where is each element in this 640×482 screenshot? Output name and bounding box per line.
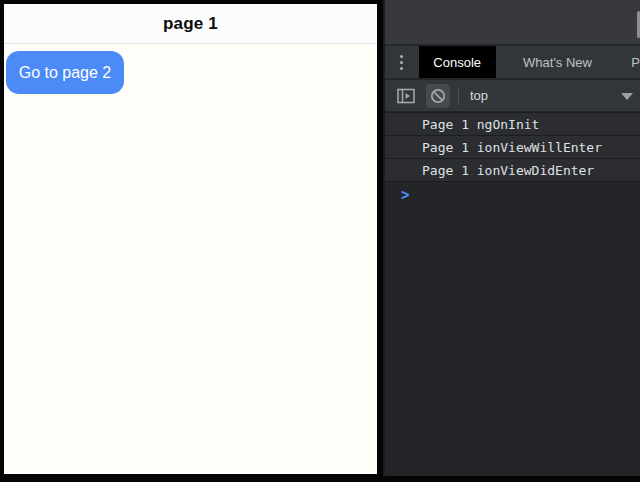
devtools-top-strip <box>385 0 640 45</box>
go-to-page-2-button[interactable]: Go to page 2 <box>6 51 124 94</box>
devtools-panel: Console What's New P top Page 1 ngOnInit… <box>383 0 640 476</box>
console-log-row: Page 1 ngOnInit <box>385 113 640 136</box>
clear-console-button[interactable] <box>426 84 450 108</box>
page-title: page 1 <box>163 14 218 34</box>
console-log-row: Page 1 ionViewWillEnter <box>385 136 640 159</box>
console-log-row: Page 1 ionViewDidEnter <box>385 159 640 182</box>
console-sidebar-icon <box>397 88 415 104</box>
tab-clipped[interactable]: P <box>627 46 640 78</box>
tab-console[interactable]: Console <box>419 46 496 78</box>
console-sidebar-toggle-button[interactable] <box>394 84 418 108</box>
app-header: page 1 <box>4 4 377 44</box>
context-selector[interactable]: top <box>470 88 488 103</box>
console-toolbar: top <box>385 80 640 112</box>
tab-whats-new[interactable]: What's New <box>496 46 620 78</box>
context-dropdown-caret-icon[interactable] <box>621 93 633 100</box>
toolbar-separator <box>458 87 459 105</box>
app-window: page 1 Go to page 2 <box>4 4 377 474</box>
prompt-chevron-icon: > <box>401 185 409 203</box>
devtools-tab-bar: Console What's New P <box>385 46 640 79</box>
console-log-list: Page 1 ngOnInit Page 1 ionViewWillEnter … <box>385 112 640 206</box>
clear-console-icon <box>430 88 446 104</box>
app-content: Go to page 2 <box>4 45 377 474</box>
more-options-kebab-icon[interactable] <box>385 46 419 78</box>
console-input[interactable]: > <box>385 182 640 206</box>
